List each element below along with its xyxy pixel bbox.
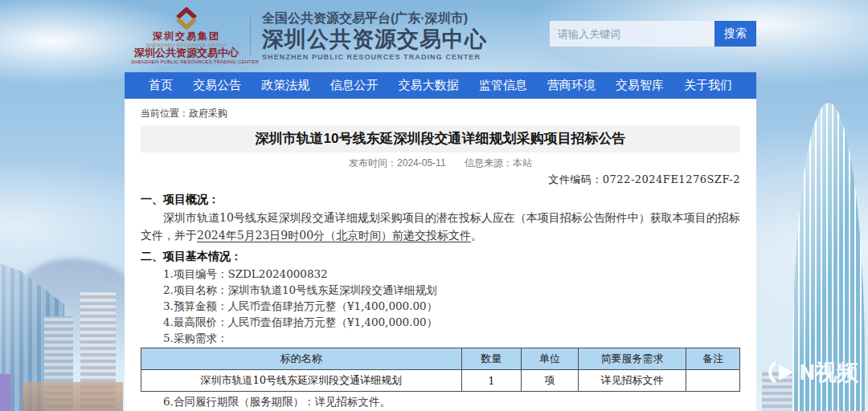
table-header-row: 标的名称 数量 单位 简要服务需求 备注: [141, 348, 740, 370]
col-unit: 单位: [522, 348, 579, 370]
building-accent: [0, 374, 10, 411]
search-button[interactable]: 搜索: [714, 21, 756, 47]
main-nav: 首页 交易公告 政策法规 信息公开 交易大数据 监管信息 营商环境 交易智库 关…: [125, 72, 756, 99]
document-code: 文件编码：0722-2024FE1276SZF-2: [141, 173, 740, 187]
cell-service-brief: 详见招标文件: [578, 370, 686, 392]
site-titles: 全国公共资源交易平台(广东·深圳市) 深圳公共资源交易中心 SHENZHEN P…: [262, 10, 487, 62]
nav-item-policies[interactable]: 政策法规: [261, 78, 309, 93]
city-skyline-left: [0, 0, 125, 411]
budget-amount: 3.预算金额：人民币壹佰肆拾万元整（¥1,400,000.00）: [141, 300, 740, 312]
cell-subject-name: 深圳市轨道10号线东延深圳段交通详细规划: [141, 370, 462, 392]
col-quantity: 数量: [461, 348, 522, 370]
project-name: 2.项目名称：深圳市轨道10号线东延深圳段交通详细规划: [141, 284, 740, 296]
nav-item-supervision[interactable]: 监管信息: [479, 78, 527, 93]
search-input[interactable]: [550, 21, 714, 47]
col-subject-name: 标的名称: [141, 348, 462, 370]
nav-item-big-data[interactable]: 交易大数据: [399, 78, 459, 93]
cell-quantity: 1: [461, 370, 522, 392]
logo-center-name: 深圳公共资源交易中心: [131, 47, 242, 59]
nav-item-business-env[interactable]: 营商环境: [547, 78, 596, 93]
breadcrumb[interactable]: 当前位置：政府采购: [141, 99, 740, 120]
article-body: 一、项目概况： 深圳市轨道10号线东延深圳段交通详细规划采购项目的潜在投标人应在…: [141, 193, 740, 411]
watermark-text: N视频: [800, 358, 859, 387]
site-title-en: SHENZHEN PUBLIC RESOURCES TRADING CENTER: [262, 53, 487, 62]
platform-title: 全国公共资源交易平台(广东·深圳市): [262, 10, 487, 26]
page-container: 深圳交易集团 SHENZHEN EXCHANGE GROUP 深圳公共资源交易中…: [125, 0, 756, 411]
site-title: 深圳公共资源交易中心: [262, 26, 487, 52]
building-lowrise: [23, 382, 123, 411]
contract-term: 6.合同履行期限（服务期限）：详见招标文件。: [141, 396, 740, 408]
section-2-heading: 二、项目基本情况：: [141, 250, 740, 264]
video-watermark: N视频: [768, 358, 859, 387]
logo-center-name-en: SHENZHEN PUBLIC RESOURCES TRADING CENTER: [131, 59, 242, 65]
procurement-demand: 5.采购需求：: [141, 332, 740, 344]
site-header: 深圳交易集团 SHENZHEN EXCHANGE GROUP 深圳公共资源交易中…: [125, 0, 756, 72]
header-divider: [250, 16, 251, 56]
cell-remarks: [686, 370, 739, 392]
nav-item-home[interactable]: 首页: [149, 78, 173, 93]
play-icon: [768, 359, 796, 386]
section-1-heading: 一、项目概况：: [141, 193, 740, 207]
col-remarks: 备注: [686, 348, 739, 370]
nav-item-announcements[interactable]: 交易公告: [193, 78, 241, 93]
col-service-brief: 简要服务需求: [578, 348, 686, 370]
section-1-tail: 。: [471, 229, 482, 242]
cell-unit: 项: [522, 370, 579, 392]
deadline-underlined: 2024年5月23日9时00分（北京时间）前递交投标文件: [197, 229, 471, 242]
project-number: 1.项目编号：SZDL2024000832: [141, 268, 740, 280]
publish-date: 发布时间：2024-05-11: [349, 157, 446, 169]
info-source: 信息来源：本站: [465, 157, 532, 169]
max-price: 4.最高限价：人民币壹佰肆拾万元整（¥1,400,000.00）: [141, 316, 740, 328]
article-title: 深圳市轨道10号线东延深圳段交通详细规划采购项目招标公告: [141, 125, 740, 153]
nav-item-info-disclosure[interactable]: 信息公开: [330, 78, 378, 93]
logo-group-name: 深圳交易集团: [131, 31, 242, 43]
article-meta: 发布时间：2024-05-11 信息来源：本站: [141, 157, 740, 170]
content-area: 当前位置：政府采购 深圳市轨道10号线东延深圳段交通详细规划采购项目招标公告 发…: [125, 99, 756, 411]
site-logo[interactable]: 深圳交易集团 SHENZHEN EXCHANGE GROUP 深圳公共资源交易中…: [131, 7, 242, 66]
search-box: 搜索: [550, 21, 756, 47]
section-1-paragraph: 深圳市轨道10号线东延深圳段交通详细规划采购项目的潜在投标人应在（本项目招标公告…: [141, 209, 740, 244]
nav-item-about-us[interactable]: 关于我们: [684, 78, 732, 93]
nav-item-think-tank[interactable]: 交易智库: [616, 78, 664, 93]
diamond-logo-icon: [171, 7, 202, 30]
table-row: 深圳市轨道10号线东延深圳段交通详细规划 1 项 详见招标文件: [141, 370, 740, 392]
procurement-table: 标的名称 数量 单位 简要服务需求 备注 深圳市轨道10号线东延深圳段交通详细规…: [141, 348, 740, 392]
